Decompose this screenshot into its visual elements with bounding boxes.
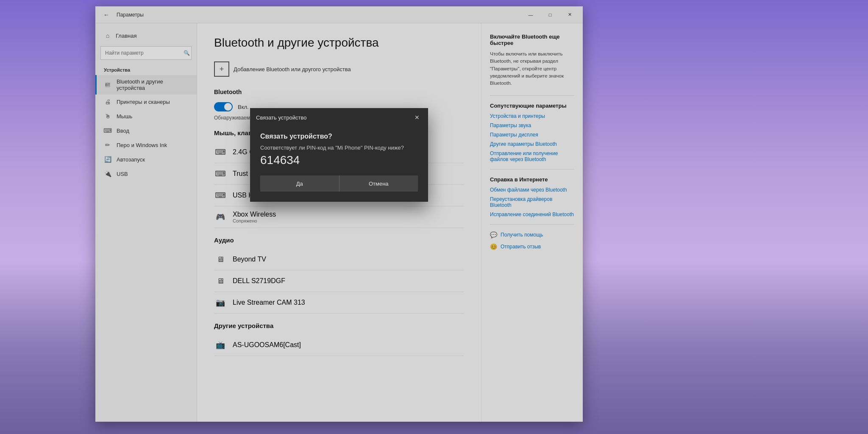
settings-window: ← Параметры — □ ✕ ⌂ Главная 🔍 Устройства bbox=[95, 6, 583, 422]
dialog-yes-button[interactable]: Да bbox=[260, 175, 339, 192]
dialog-close-button[interactable]: ✕ bbox=[412, 112, 422, 122]
dialog-question: Связать устройство? bbox=[260, 133, 418, 140]
dialog-overlay: Связать устройство ✕ Связать устройство?… bbox=[95, 6, 583, 422]
dialog-body: Связать устройство? Соответствует ли PIN… bbox=[250, 126, 428, 202]
dialog-buttons: Да Отмена bbox=[260, 175, 418, 192]
dialog-pin: 614634 bbox=[260, 153, 418, 167]
pair-dialog: Связать устройство ✕ Связать устройство?… bbox=[250, 108, 428, 202]
dialog-titlebar: Связать устройство ✕ bbox=[250, 108, 428, 126]
dialog-cancel-button[interactable]: Отмена bbox=[339, 175, 418, 192]
dialog-title: Связать устройство bbox=[256, 114, 306, 121]
dialog-desc: Соответствует ли PIN-код на "Mi Phone" P… bbox=[260, 145, 418, 151]
